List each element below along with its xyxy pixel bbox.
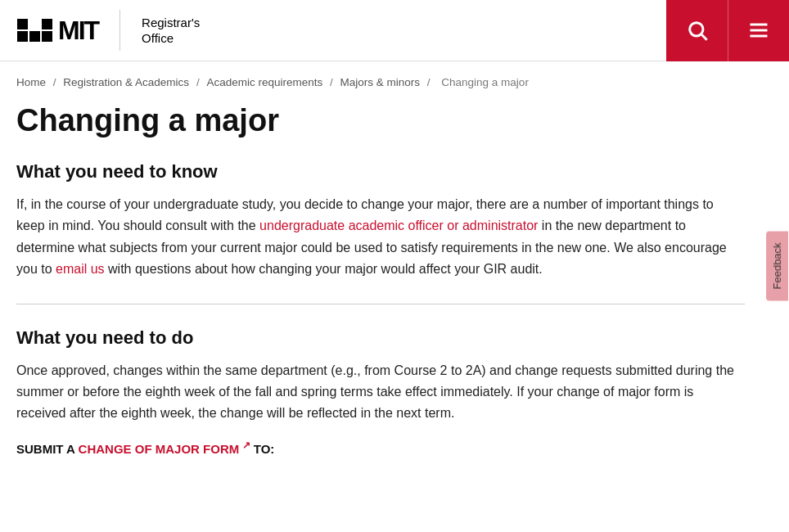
mit-logo: MIT: [16, 16, 98, 46]
section-need-to-know: What you need to know If, in the course …: [16, 161, 745, 281]
section1-body: If, in the course of your undergraduate …: [16, 194, 745, 281]
mit-wordmark: MIT: [58, 16, 98, 46]
search-icon: [686, 19, 709, 42]
section-need-to-do: What you need to do Once approved, chang…: [16, 327, 745, 456]
breadcrumb-current: Changing a major: [441, 76, 529, 88]
menu-button[interactable]: [728, 0, 789, 61]
submit-line: SUBMIT A CHANGE OF MAJOR FORM ↗ TO:: [16, 440, 745, 456]
breadcrumb-sep-2: /: [196, 76, 203, 88]
section-divider: [16, 304, 745, 304]
section1-heading: What you need to know: [16, 161, 745, 183]
breadcrumb: Home / Registration & Academics / Academ…: [0, 61, 789, 95]
svg-line-1: [701, 34, 706, 39]
breadcrumb-majors-minors[interactable]: Majors & minors: [340, 76, 421, 88]
breadcrumb-registration[interactable]: Registration & Academics: [63, 76, 189, 88]
section1-text-end: with questions about how changing your m…: [105, 262, 543, 276]
svg-point-0: [689, 23, 702, 36]
page-title: Changing a major: [16, 103, 745, 138]
registrar-name: Registrar's Office: [142, 15, 200, 47]
breadcrumb-sep-1: /: [53, 76, 60, 88]
change-of-major-form-link[interactable]: CHANGE OF MAJOR FORM ↗: [79, 442, 250, 456]
email-us-link[interactable]: email us: [56, 262, 105, 276]
main-content: Changing a major What you need to know I…: [0, 95, 761, 480]
breadcrumb-sep-3: /: [330, 76, 336, 88]
breadcrumb-academic-req[interactable]: Academic requirements: [206, 76, 322, 88]
academic-officer-link[interactable]: undergraduate academic officer or admini…: [259, 219, 538, 232]
header-actions: [666, 0, 789, 61]
search-button[interactable]: [666, 0, 728, 61]
breadcrumb-home[interactable]: Home: [16, 76, 46, 88]
hamburger-icon: [747, 19, 770, 42]
site-header: MIT Registrar's Office: [0, 0, 789, 61]
feedback-button[interactable]: Feedback: [766, 231, 788, 300]
logo-divider: [119, 10, 120, 51]
external-link-icon: ↗: [239, 440, 250, 451]
submit-post-text: TO:: [250, 442, 275, 456]
breadcrumb-sep-4: /: [427, 76, 434, 88]
section2-body: Once approved, changes within the same d…: [16, 360, 745, 425]
section2-heading: What you need to do: [16, 327, 745, 349]
submit-pre-text: SUBMIT A: [16, 442, 79, 456]
logo-group: MIT Registrar's Office: [16, 10, 200, 51]
